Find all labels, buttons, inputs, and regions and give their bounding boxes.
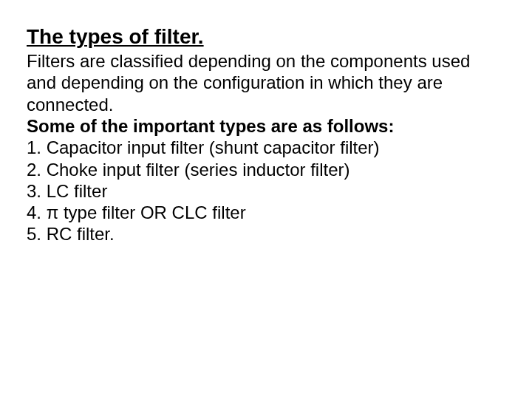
list-item: 1. Capacitor input filter (shunt capacit…	[27, 137, 502, 158]
subheading: Some of the important types are as follo…	[27, 115, 502, 137]
list-item: 2. Choke input filter (series inductor f…	[27, 159, 502, 180]
list-item: 4. π type filter OR CLC filter	[27, 202, 502, 223]
slide-body: Filters are classified depending on the …	[27, 50, 502, 245]
list-item: 5. RC filter.	[27, 223, 502, 245]
list-item: 3. LC filter	[27, 180, 502, 202]
intro-text: Filters are classified depending on the …	[27, 50, 502, 115]
slide-title: The types of filter.	[27, 25, 502, 49]
slide: The types of filter. Filters are classif…	[0, 0, 532, 399]
